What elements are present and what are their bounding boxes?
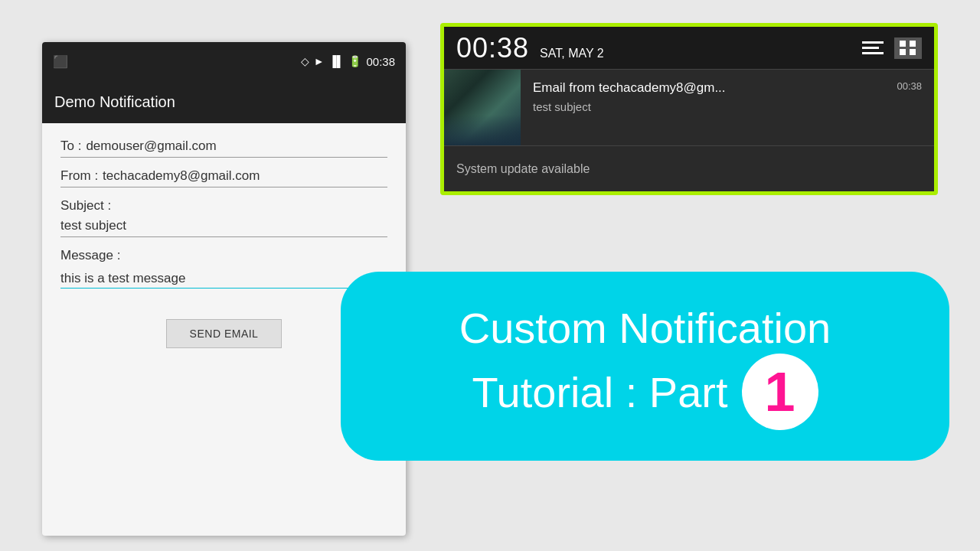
notif-body: Email from techacademy8@gm... test subje…: [521, 70, 897, 145]
notif-status-icons: [862, 37, 922, 59]
notif-time-section: 00:38 SAT, MAY 2: [456, 32, 604, 64]
status-left: ⬛: [53, 54, 71, 69]
status-time: 00:38: [366, 55, 395, 68]
tutorial-banner: Custom Notification Tutorial : Part 1: [341, 272, 949, 461]
phone-status-bar: ⬛ ◇ ► ▐▌ 🔋 00:38: [42, 42, 406, 80]
to-value: demouser@gmail.com: [86, 139, 216, 154]
banner-line1: Custom Notification: [459, 302, 831, 354]
app-title-bar: Demo Notification: [42, 80, 406, 123]
message-label: Message :: [60, 248, 387, 263]
email-notification-item[interactable]: Email from techacademy8@gm... test subje…: [444, 69, 934, 145]
from-value: techacademy8@gmail.com: [103, 168, 260, 184]
to-label: To :: [60, 139, 81, 154]
notif-timestamp: 00:38: [897, 70, 934, 145]
menu-icon: [862, 41, 884, 54]
notif-time: 00:38: [456, 32, 529, 64]
banner-text-block: Custom Notification Tutorial : Part 1: [459, 302, 831, 430]
subject-label: Subject :: [60, 198, 387, 214]
subject-field: Subject : test subject: [60, 198, 387, 237]
from-label: From :: [60, 168, 98, 184]
signal-icon: ▐▌: [329, 55, 345, 67]
part-number: 1: [764, 364, 795, 419]
notif-email-subtitle: test subject: [533, 100, 884, 113]
subject-value: test subject: [60, 218, 387, 233]
subject-underline: [60, 236, 387, 237]
to-underline: [60, 157, 387, 158]
message-field: Message : this is a test message: [60, 248, 387, 289]
part-number-circle: 1: [742, 354, 818, 430]
from-underline: [60, 187, 387, 187]
grid-icon: [894, 37, 922, 59]
notif-email-title: Email from techacademy8@gm...: [533, 80, 884, 96]
banner-line2: Tutorial : Part: [472, 367, 727, 418]
notif-thumbnail: [444, 70, 521, 145]
notif-date: SAT, MAY 2: [540, 47, 604, 60]
diamond-icon: ◇: [301, 55, 309, 67]
system-update-text: System update available: [456, 162, 590, 176]
from-field: From : techacademy8@gmail.com: [60, 168, 387, 187]
send-button-wrapper: SEND EMAIL: [60, 319, 387, 348]
notification-status-icon: ⬛: [53, 54, 68, 69]
battery-icon: 🔋: [348, 55, 361, 67]
to-field: To : demouser@gmail.com: [60, 139, 387, 158]
wifi-icon: ►: [314, 55, 325, 67]
message-value: this is a test message: [60, 271, 387, 286]
message-underline: [60, 288, 387, 289]
notification-panel: 00:38 SAT, MAY 2: [440, 23, 938, 195]
notif-status-bar: 00:38 SAT, MAY 2: [444, 27, 934, 69]
send-email-button[interactable]: SEND EMAIL: [166, 319, 283, 348]
app-title: Demo Notification: [54, 93, 175, 111]
system-update-notification-item[interactable]: System update available: [444, 145, 934, 191]
status-right: ◇ ► ▐▌ 🔋 00:38: [301, 55, 395, 68]
